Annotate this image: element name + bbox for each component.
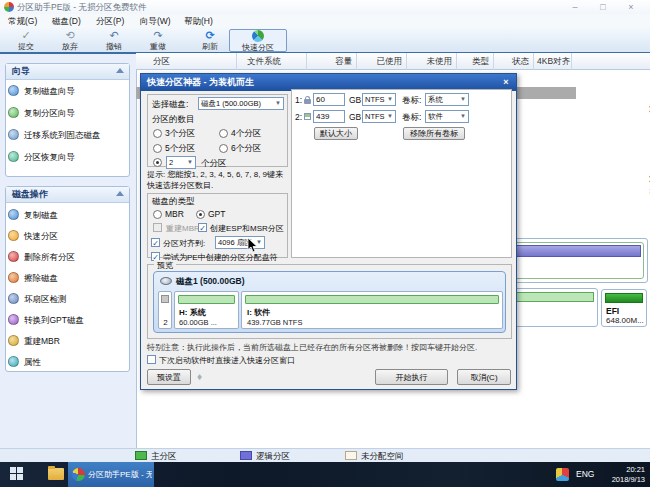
- sidebar-item-copy-disk[interactable]: 复制磁盘: [6, 205, 121, 225]
- partition-icon: [304, 113, 311, 120]
- sidebar-item-wipe-disk[interactable]: 擦除磁盘: [6, 268, 121, 288]
- maximize-button[interactable]: □: [594, 1, 612, 13]
- sidebar-item-copy-disk-wizard[interactable]: 复制磁盘向导: [6, 81, 121, 101]
- radio-gpt[interactable]: [196, 210, 205, 219]
- chevron-down-icon: ▼: [387, 111, 393, 122]
- chevron-down-icon: ▼: [460, 111, 466, 122]
- collapse-icon[interactable]: [116, 191, 124, 196]
- sidebar-item-convert-gpt[interactable]: 转换到GPT磁盘: [6, 310, 121, 330]
- menu-wizard[interactable]: 向导(W): [136, 15, 175, 27]
- taskbar-app-button[interactable]: 分区助手PE版 - 无...: [68, 462, 154, 487]
- sidebar-item-delete-all-partitions[interactable]: 删除所有分区: [6, 247, 121, 267]
- file-explorer-icon[interactable]: [48, 468, 64, 480]
- collapse-icon[interactable]: [116, 68, 124, 73]
- legend-bar: 主分区 逻辑分区 未分配空间: [0, 448, 650, 462]
- language-indicator[interactable]: ENG: [576, 469, 594, 479]
- menu-disk[interactable]: 磁盘(D): [48, 15, 85, 27]
- default-size-button[interactable]: 默认大小: [314, 127, 358, 140]
- checkbox-rebuild-mbr: [153, 223, 162, 232]
- redo-button[interactable]: ↷ 重做: [140, 29, 176, 52]
- discard-button[interactable]: ⟲ 放弃: [52, 29, 88, 52]
- efi-partition-bar: [605, 293, 643, 303]
- checkbox-align[interactable]: ✓: [151, 238, 160, 247]
- quick-partition-icon: [8, 230, 19, 241]
- app-icon: [4, 2, 14, 12]
- properties-icon: [8, 356, 19, 367]
- preview-block-software[interactable]: I: 软件 439.77GB NTFS: [241, 291, 503, 329]
- preset-button[interactable]: 预设置: [147, 369, 191, 385]
- efi-label: EFI: [606, 306, 619, 316]
- sidebar-item-copy-partition-wizard[interactable]: 复制分区向导: [6, 103, 121, 123]
- preview-mini-block[interactable]: 2: [158, 291, 172, 329]
- col-used[interactable]: 已使用: [357, 53, 407, 70]
- sidebar-item-partition-recovery[interactable]: 分区恢复向导: [6, 147, 121, 167]
- minimize-button[interactable]: –: [566, 1, 584, 13]
- hint-line2: 快速选择分区数目.: [147, 180, 213, 191]
- efi-partition-block[interactable]: EFI 648.00M...: [601, 289, 647, 327]
- row2-index: 2:: [295, 112, 302, 122]
- disk-ops-panel-header[interactable]: 磁盘操作: [6, 187, 129, 203]
- sidebar: 向导 复制磁盘向导 复制分区向导 迁移系统到固态磁盘 分区恢复向导 磁盘操作 复…: [0, 53, 136, 448]
- start-button[interactable]: [10, 467, 25, 482]
- col-capacity[interactable]: 容量: [307, 53, 357, 70]
- sidebar-item-rebuild-mbr[interactable]: 重建MBR: [6, 331, 121, 351]
- refresh-button[interactable]: ⟳ 刷新: [192, 29, 228, 52]
- row1-fs-dropdown[interactable]: NTFS▼: [362, 93, 396, 106]
- menu-help[interactable]: 帮助(H): [180, 15, 217, 27]
- disk-select-dropdown[interactable]: 磁盘1 (500.00GB)▼: [198, 97, 284, 110]
- radio-6-partitions[interactable]: [219, 144, 228, 153]
- checkbox-startup[interactable]: [147, 355, 156, 364]
- dialog-title: 快速分区神器 - 为装机而生: [147, 77, 254, 87]
- chevron-down-icon: ▼: [275, 98, 281, 109]
- sidebar-item-properties[interactable]: 属性: [6, 352, 121, 372]
- remove-labels-button[interactable]: 移除所有卷标: [403, 127, 465, 140]
- checkbox-create-esp[interactable]: ✓: [198, 223, 207, 232]
- col-4kb[interactable]: 4KB对齐: [534, 53, 572, 70]
- col-unused[interactable]: 未使用: [407, 53, 457, 70]
- row1-size-input[interactable]: [313, 93, 345, 106]
- preset-star-icon: ♦: [197, 371, 202, 382]
- col-type[interactable]: 类型: [457, 53, 494, 70]
- row1-label-dropdown[interactable]: 系统▼: [425, 93, 469, 106]
- menu-general[interactable]: 常规(G): [4, 15, 41, 27]
- disk-icon: [160, 277, 172, 285]
- sidebar-item-quick-partition[interactable]: 快速分区: [6, 226, 121, 246]
- partition-table-header: 分区 文件系统 容量 已使用 未使用 类型 状态 4KB对齐: [136, 53, 650, 70]
- col-partition[interactable]: 分区: [136, 53, 237, 70]
- radio-4-partitions[interactable]: [219, 129, 228, 138]
- custom-count-dropdown[interactable]: 2▼: [166, 156, 196, 169]
- mouse-cursor: [247, 238, 258, 253]
- quick-partition-icon: [230, 30, 286, 43]
- undo-button[interactable]: ↶ 撤销: [96, 29, 132, 52]
- ime-icon[interactable]: [556, 468, 569, 481]
- radio-3-partitions[interactable]: [153, 129, 162, 138]
- menu-partition[interactable]: 分区(P): [92, 15, 128, 27]
- wizards-panel-header[interactable]: 向导: [6, 64, 129, 80]
- quick-partition-button[interactable]: 快速分区: [229, 29, 287, 52]
- sidebar-item-bad-sector-test[interactable]: 坏扇区检测: [6, 289, 121, 309]
- col-filesystem[interactable]: 文件系统: [237, 53, 307, 70]
- cancel-button[interactable]: 取消(C): [457, 369, 511, 385]
- radio-5-partitions[interactable]: [153, 144, 162, 153]
- menu-bar: 常规(G) 磁盘(D) 分区(P) 向导(W) 帮助(H): [0, 14, 650, 28]
- preview-disk-title: 磁盘1 (500.00GB): [176, 276, 245, 288]
- toolbar: ✓ 提交 ⟲ 放弃 ↶ 撤销 ↷ 重做 ⟳ 刷新 快速分区: [0, 28, 650, 53]
- windows-logo-icon: [10, 467, 16, 473]
- preview-block-system[interactable]: H: 系统 60.00GB ...: [174, 291, 239, 329]
- row-status: 无: [630, 118, 650, 130]
- close-button[interactable]: ×: [622, 1, 640, 13]
- row2-size-input[interactable]: [313, 110, 345, 123]
- dialog-close-icon[interactable]: ×: [499, 76, 513, 89]
- hint-line1: 提示: 您能按1, 2, 3, 4, 5, 6, 7, 8, 9键来: [147, 169, 283, 180]
- execute-button[interactable]: 开始执行: [375, 369, 448, 385]
- row2-fs-dropdown[interactable]: NTFS▼: [362, 110, 396, 123]
- radio-mbr[interactable]: [153, 210, 162, 219]
- partition-recovery-icon: [8, 151, 19, 162]
- row2-label-dropdown[interactable]: 软件▼: [425, 110, 469, 123]
- sidebar-item-migrate-os[interactable]: 迁移系统到固态磁盘: [6, 125, 121, 145]
- col-status[interactable]: 状态: [494, 53, 534, 70]
- radio-custom-count[interactable]: [153, 158, 162, 167]
- commit-button[interactable]: ✓ 提交: [8, 29, 44, 52]
- primary-partition-swatch: [135, 451, 147, 460]
- clock[interactable]: 20:21 2018/9/13: [597, 465, 645, 484]
